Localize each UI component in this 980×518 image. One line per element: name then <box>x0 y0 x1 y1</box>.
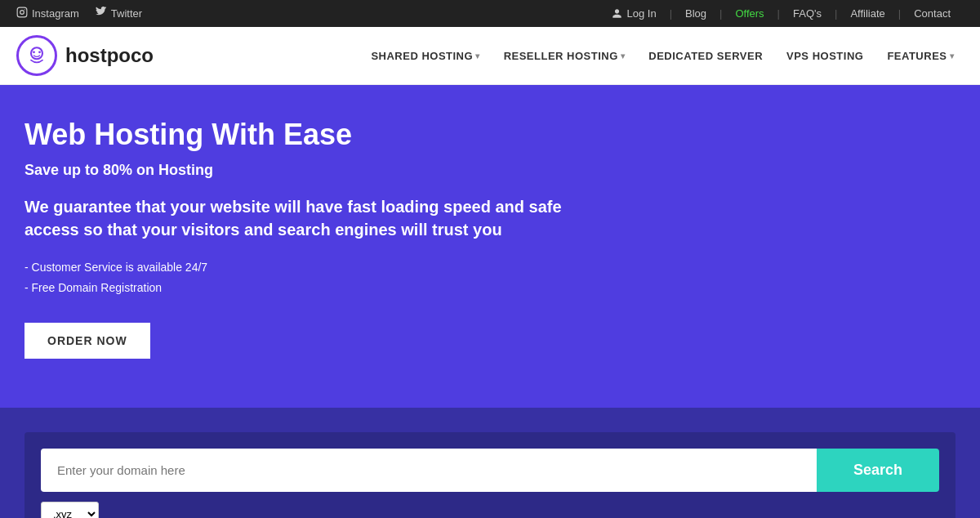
hero-subtitle: Save up to 80% on Hosting <box>24 162 956 179</box>
chevron-down-icon: ▾ <box>950 51 955 60</box>
instagram-link[interactable]: Instagram <box>16 7 79 20</box>
domain-section: Search .xyz .com .net .org .biz .info <box>0 408 980 518</box>
domain-box: Search .xyz .com .net .org .biz .info <box>24 432 956 518</box>
logo-icon <box>16 35 57 76</box>
chevron-down-icon: ▾ <box>475 51 480 60</box>
nav-reseller-hosting[interactable]: RESELLER HOSTING ▾ <box>494 43 635 69</box>
domain-extension-select[interactable]: .xyz .com .net .org .biz .info <box>41 502 99 518</box>
blog-link[interactable]: Blog <box>672 7 719 20</box>
login-label: Log In <box>626 7 656 20</box>
svg-rect-0 <box>17 7 27 17</box>
logo[interactable]: hostpoco <box>16 35 154 76</box>
domain-ext-row: .xyz .com .net .org .biz .info <box>41 502 939 518</box>
logo-text: hostpoco <box>65 44 154 67</box>
search-button[interactable]: Search <box>817 449 939 492</box>
faq-link[interactable]: FAQ's <box>780 7 835 20</box>
chevron-down-icon: ▾ <box>621 51 626 60</box>
instagram-icon <box>16 7 28 20</box>
hero-heading: Web Hosting With Ease <box>24 118 956 152</box>
nav-links: SHARED HOSTING ▾ RESELLER HOSTING ▾ DEDI… <box>361 43 964 69</box>
svg-point-5 <box>38 51 41 53</box>
main-nav: hostpoco SHARED HOSTING ▾ RESELLER HOSTI… <box>0 27 980 85</box>
hero-section: Web Hosting With Ease Save up to 80% on … <box>0 85 980 408</box>
svg-point-2 <box>24 9 25 10</box>
top-bar: Instagram Twitter Log In | Blog | Offers… <box>0 0 980 27</box>
nav-shared-hosting[interactable]: SHARED HOSTING ▾ <box>361 43 489 69</box>
top-nav: Log In | Blog | Offers | FAQ's | Affilia… <box>599 7 964 20</box>
contact-link[interactable]: Contact <box>901 7 964 20</box>
hero-feature1: - Customer Service is available 24/7 <box>24 257 956 278</box>
twitter-link[interactable]: Twitter <box>96 7 142 20</box>
affiliate-link[interactable]: Affiliate <box>837 7 898 20</box>
nav-vps-hosting[interactable]: VPS HOSTING <box>777 43 873 69</box>
offers-link[interactable]: Offers <box>722 7 777 20</box>
domain-search-row: Search <box>41 449 939 492</box>
svg-point-1 <box>20 11 24 15</box>
twitter-icon <box>96 7 107 20</box>
nav-features[interactable]: FEATURES ▾ <box>877 43 964 69</box>
hero-description: We guarantee that your website will have… <box>24 195 596 241</box>
login-link[interactable]: Log In <box>599 7 669 20</box>
social-links: Instagram Twitter <box>16 7 142 20</box>
svg-point-4 <box>33 51 35 53</box>
order-now-button[interactable]: ORDER NOW <box>24 323 150 359</box>
twitter-label: Twitter <box>111 7 142 20</box>
hero-feature2: - Free Domain Registration <box>24 278 956 298</box>
hero-features: - Customer Service is available 24/7 - F… <box>24 257 956 298</box>
nav-dedicated-server[interactable]: DEDICATED SERVER <box>639 43 773 69</box>
domain-input[interactable] <box>41 449 817 492</box>
instagram-label: Instagram <box>32 7 79 20</box>
